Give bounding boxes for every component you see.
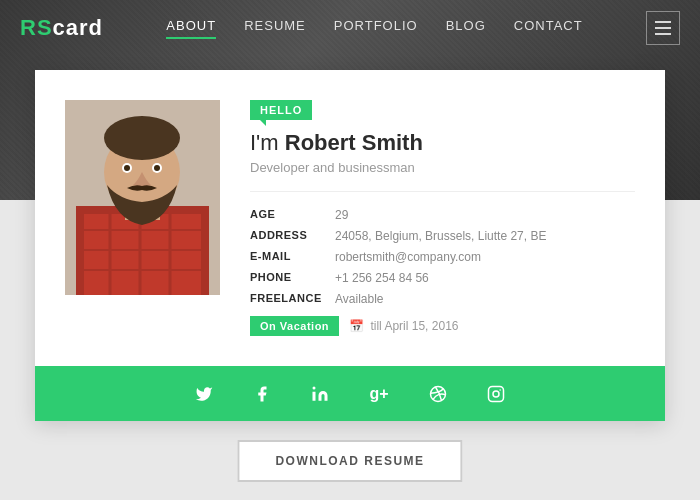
svg-point-15: [154, 165, 160, 171]
svg-point-14: [124, 165, 130, 171]
menu-line-3: [655, 33, 671, 35]
vacation-badge: On Vacation: [250, 316, 339, 336]
logo-rs: RS: [20, 15, 53, 40]
nav-about[interactable]: ABOUT: [166, 18, 216, 37]
subtitle: Developer and businessman: [250, 160, 635, 192]
label-phone: PHONE: [250, 271, 335, 285]
twitter-icon[interactable]: [195, 385, 213, 403]
dribbble-icon[interactable]: [429, 385, 447, 403]
value-phone: +1 256 254 84 56: [335, 271, 635, 285]
label-age: AGE: [250, 208, 335, 222]
logo-card: card: [53, 15, 103, 40]
label-address: ADDRESS: [250, 229, 335, 243]
name-line: I'm Robert Smith: [250, 130, 635, 156]
menu-line-1: [655, 21, 671, 23]
intro-text: I'm: [250, 130, 285, 155]
nav-resume[interactable]: RESUME: [244, 18, 306, 37]
calendar-icon: 📅: [349, 319, 364, 333]
value-address: 24058, Belgium, Brussels, Liutte 27, BE: [335, 229, 635, 243]
vacation-date-text: till April 15, 2016: [370, 319, 458, 333]
svg-point-11: [104, 116, 180, 160]
value-age: 29: [335, 208, 635, 222]
facebook-icon[interactable]: [253, 385, 271, 403]
main-nav: ABOUT RESUME PORTFOLIO BLOG CONTACT: [166, 18, 582, 37]
logo: RScard: [20, 15, 103, 41]
hello-badge: HELLO: [250, 100, 312, 120]
svg-point-16: [313, 386, 316, 389]
social-bar: g+: [35, 366, 665, 421]
linkedin-icon[interactable]: [311, 385, 329, 403]
vacation-row: On Vacation 📅 till April 15, 2016: [250, 316, 635, 336]
download-section: DOWNLOAD RESUME: [237, 440, 462, 482]
instagram-icon[interactable]: [487, 385, 505, 403]
full-name: Robert Smith: [285, 130, 423, 155]
google-plus-icon[interactable]: g+: [369, 385, 388, 403]
download-resume-button[interactable]: DOWNLOAD RESUME: [237, 440, 462, 482]
value-freelance: Available: [335, 292, 635, 306]
profile-info: HELLO I'm Robert Smith Developer and bus…: [250, 100, 635, 336]
nav-contact[interactable]: CONTACT: [514, 18, 583, 37]
nav-blog[interactable]: BLOG: [446, 18, 486, 37]
value-email: robertsmith@company.com: [335, 250, 635, 264]
nav-portfolio[interactable]: PORTFOLIO: [334, 18, 418, 37]
profile-photo: [65, 100, 220, 295]
hamburger-menu-button[interactable]: [646, 11, 680, 45]
label-email: E-MAIL: [250, 250, 335, 264]
card-body: HELLO I'm Robert Smith Developer and bus…: [35, 70, 665, 366]
svg-point-19: [493, 391, 499, 397]
label-freelance: FREELANCE: [250, 292, 335, 306]
header: RScard ABOUT RESUME PORTFOLIO BLOG CONTA…: [0, 0, 700, 55]
svg-point-20: [499, 389, 501, 391]
vacation-date: 📅 till April 15, 2016: [349, 319, 458, 333]
profile-card: HELLO I'm Robert Smith Developer and bus…: [35, 70, 665, 421]
info-grid: AGE 29 ADDRESS 24058, Belgium, Brussels,…: [250, 208, 635, 306]
profile-avatar-svg: [65, 100, 220, 295]
svg-rect-18: [488, 386, 503, 401]
menu-line-2: [655, 27, 671, 29]
